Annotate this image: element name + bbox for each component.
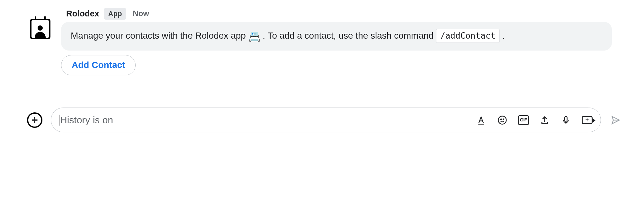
composer-row: + History is on GIF bbox=[19, 108, 625, 133]
slash-command-code: /addContact bbox=[436, 29, 500, 43]
send-button[interactable] bbox=[610, 114, 622, 126]
sender-name: Rolodex bbox=[66, 8, 99, 20]
gif-icon[interactable]: GIF bbox=[518, 114, 529, 126]
rolodex-emoji-icon: 📇 bbox=[248, 31, 260, 42]
action-chip-row: Add Contact bbox=[61, 55, 612, 75]
avatar-column bbox=[19, 6, 61, 75]
composer-input[interactable]: History is on bbox=[59, 113, 470, 127]
composer-placeholder: History is on bbox=[60, 113, 113, 127]
message-bubble: Manage your contacts with the Rolodex ap… bbox=[61, 22, 612, 51]
emoji-icon[interactable] bbox=[496, 114, 508, 126]
svg-point-2 bbox=[501, 119, 502, 120]
format-text-icon[interactable] bbox=[475, 114, 487, 126]
message-text-2: . To add a contact, use the slash comman… bbox=[263, 31, 436, 41]
svg-point-1 bbox=[498, 116, 506, 124]
svg-rect-4 bbox=[565, 116, 567, 121]
message-header: Rolodex App Now bbox=[61, 6, 612, 22]
svg-point-3 bbox=[503, 119, 504, 120]
upload-icon[interactable] bbox=[539, 114, 550, 126]
microphone-icon[interactable] bbox=[560, 114, 572, 126]
text-caret bbox=[59, 115, 59, 126]
message-timestamp: Now bbox=[133, 8, 149, 19]
add-contact-button[interactable]: Add Contact bbox=[61, 55, 136, 75]
message-content: Rolodex App Now Manage your contacts wit… bbox=[61, 6, 625, 75]
composer-toolbar: GIF + bbox=[475, 114, 593, 126]
message-text-1: Manage your contacts with the Rolodex ap… bbox=[71, 31, 248, 41]
app-avatar-icon bbox=[30, 19, 50, 39]
video-upload-icon[interactable]: + bbox=[581, 114, 593, 126]
message-text-3: . bbox=[502, 31, 505, 41]
message-row: Rolodex App Now Manage your contacts wit… bbox=[19, 6, 625, 75]
message-composer[interactable]: History is on GIF bbox=[51, 108, 601, 133]
app-badge: App bbox=[104, 8, 127, 20]
attach-plus-button[interactable]: + bbox=[27, 112, 42, 128]
